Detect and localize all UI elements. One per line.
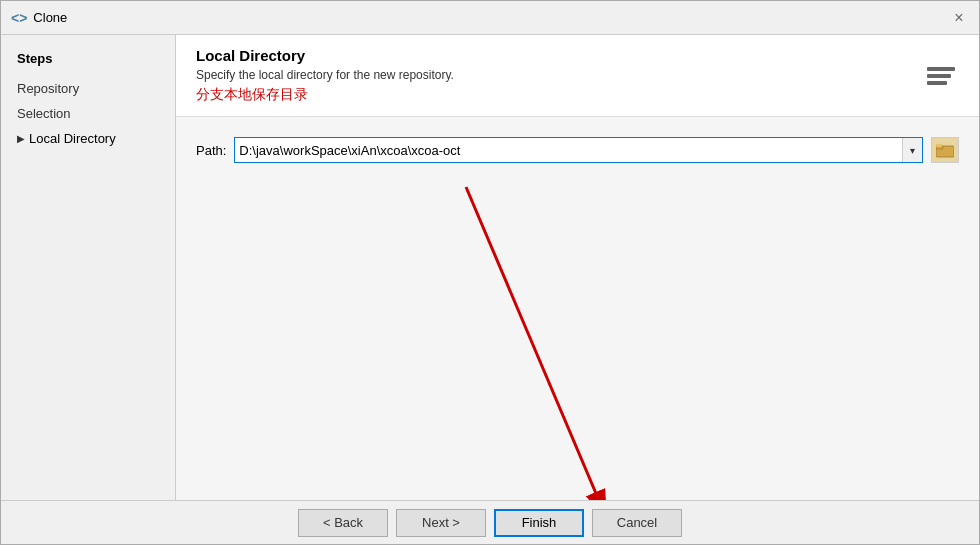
sidebar-item-selection[interactable]: Selection <box>1 101 175 126</box>
content-body: Path: ▾ <box>176 117 979 500</box>
finish-button[interactable]: Finish <box>494 509 584 537</box>
content-subtitle: Specify the local directory for the new … <box>196 68 454 82</box>
path-browse-button[interactable] <box>931 137 959 163</box>
path-label: Path: <box>196 143 226 158</box>
content-title: Local Directory <box>196 47 454 64</box>
clone-dialog: <> Clone × Steps Repository Selection ▶ … <box>0 0 980 545</box>
stacked-line-2 <box>927 74 951 78</box>
path-input-wrapper: ▾ <box>234 137 923 163</box>
dialog-body: Steps Repository Selection ▶ Local Direc… <box>1 35 979 500</box>
sidebar-item-repository[interactable]: Repository <box>1 76 175 101</box>
stacked-line-1 <box>927 67 955 71</box>
dialog-footer: < Back Next > Finish Cancel <box>1 500 979 544</box>
title-bar-left: <> Clone <box>11 10 67 26</box>
annotation-arrow <box>436 177 656 500</box>
title-bar: <> Clone × <box>1 1 979 35</box>
steps-label: Steps <box>1 51 175 76</box>
active-arrow-icon: ▶ <box>17 133 25 144</box>
content-header-left: Local Directory Specify the local direct… <box>196 47 454 104</box>
sidebar-item-local-directory[interactable]: ▶ Local Directory <box>1 126 175 151</box>
stacked-line-3 <box>927 81 947 85</box>
dialog-icon: <> <box>11 10 27 26</box>
stacked-lines-icon <box>923 63 959 89</box>
sidebar-item-local-directory-label: Local Directory <box>29 131 116 146</box>
dialog-title: Clone <box>33 10 67 25</box>
path-row: Path: ▾ <box>196 137 959 163</box>
svg-rect-2 <box>936 144 942 147</box>
next-button[interactable]: Next > <box>396 509 486 537</box>
path-input[interactable] <box>235 138 902 162</box>
content-header: Local Directory Specify the local direct… <box>176 35 979 117</box>
cancel-button[interactable]: Cancel <box>592 509 682 537</box>
close-button[interactable]: × <box>949 8 969 28</box>
content-subtitle-cn: 分支本地保存目录 <box>196 86 454 104</box>
sidebar-item-selection-label: Selection <box>17 106 70 121</box>
svg-line-4 <box>466 187 606 500</box>
path-dropdown-button[interactable]: ▾ <box>902 138 922 162</box>
folder-icon <box>936 142 954 158</box>
sidebar-item-repository-label: Repository <box>17 81 79 96</box>
main-content: Local Directory Specify the local direct… <box>176 35 979 500</box>
back-button[interactable]: < Back <box>298 509 388 537</box>
sidebar: Steps Repository Selection ▶ Local Direc… <box>1 35 176 500</box>
